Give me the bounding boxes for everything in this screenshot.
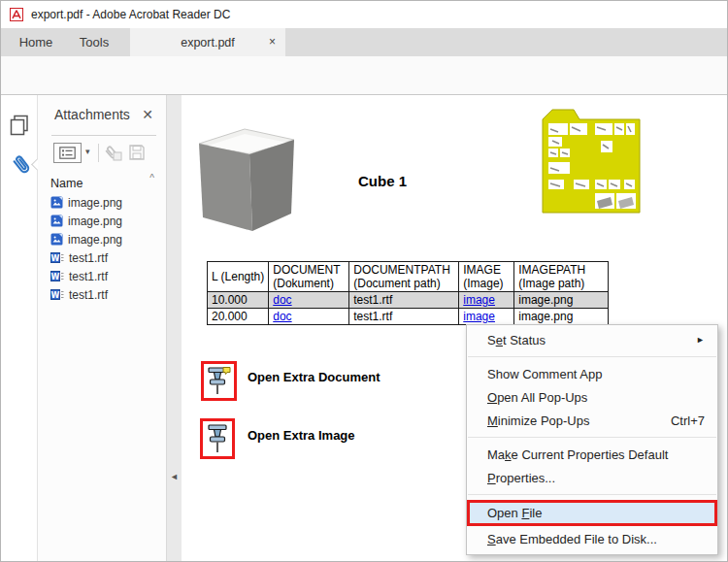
attachment-name: image.png (68, 196, 122, 210)
menu-item-show-comment-app[interactable]: Show Comment App (467, 362, 717, 385)
attachments-paperclip-icon[interactable] (10, 151, 33, 182)
doc-link[interactable]: doc (273, 310, 291, 323)
page-thumbnails-icon[interactable] (10, 115, 29, 140)
acrobat-window: export.pdf - Adobe Acrobat Reader DC Hom… (0, 0, 728, 562)
layout-thumbnail-image (541, 108, 642, 215)
menu-separator (468, 356, 716, 357)
svg-text:W: W (51, 254, 60, 263)
image-file-icon (50, 196, 63, 209)
menu-item-open-all-popups[interactable]: Open All Pop-Ups (467, 385, 717, 409)
col-document: DOCUMENT(Dokument) (269, 262, 349, 292)
tab-document-label: export.pdf (181, 36, 235, 50)
image-link[interactable]: image (463, 310, 495, 323)
table-row: 10.000 doc test1.rtf image image.png (208, 292, 609, 309)
attachment-row[interactable]: image.png (38, 212, 166, 230)
tab-home[interactable]: Home (9, 28, 63, 56)
attachment-name: test1.rtf (69, 270, 108, 283)
tab-bar: Home Tools export.pdf × (1, 28, 728, 56)
name-column-header[interactable]: Name (50, 177, 83, 190)
options-caret-icon[interactable]: ▾ (85, 147, 90, 156)
doc-link[interactable]: doc (273, 293, 291, 307)
panel-toolbar-separator (98, 144, 99, 162)
col-image: IMAGE(Image) (459, 262, 514, 292)
open-attachment-icon (102, 144, 123, 166)
panel-divider (51, 135, 156, 136)
menu-item-set-status[interactable]: Set Status ► (467, 328, 717, 351)
tab-document[interactable]: export.pdf × (130, 28, 285, 56)
collapse-panel-icon[interactable]: ◄ (170, 472, 179, 481)
table-row: 20.000 doc test1.rtf image image.png (208, 309, 609, 325)
menu-item-make-current-properties-default[interactable]: Make Current Properties Default (467, 443, 717, 466)
save-attachment-icon (128, 144, 146, 165)
col-length: L (Length) (208, 262, 269, 292)
image-file-icon (50, 233, 63, 246)
cube-image (195, 124, 298, 233)
documentpath-value: test1.rtf (349, 309, 459, 325)
attachment-name: image.png (68, 233, 122, 247)
menu-shortcut: Ctrl+7 (671, 413, 705, 428)
attachments-panel-title: Attachments (54, 107, 130, 122)
tab-close-icon[interactable]: × (269, 35, 276, 49)
col-imagepath: IMAGEPATH(Image path) (514, 262, 609, 292)
attachment-row[interactable]: W test1.rtf (38, 267, 166, 285)
attachment-name: test1.rtf (69, 288, 108, 302)
menu-separator (468, 494, 716, 495)
attachment-row[interactable]: image.png (38, 193, 166, 212)
imagepath-value: image.png (514, 292, 609, 309)
menu-item-minimize-popups[interactable]: Minimize Pop-Ups Ctrl+7 (467, 409, 717, 432)
svg-text:W: W (51, 291, 60, 300)
menu-separator (468, 437, 716, 438)
sort-ascending-icon[interactable]: ^ (149, 173, 154, 183)
submenu-arrow-icon: ► (696, 335, 705, 345)
image-file-icon (50, 215, 63, 227)
attachment-row[interactable]: image.png (38, 230, 166, 248)
options-menu-button[interactable] (53, 143, 82, 163)
length-value: 20.000 (208, 309, 269, 325)
pushpin-icon (206, 366, 232, 397)
acrobat-logo-icon (10, 8, 23, 21)
svg-text:W: W (51, 273, 60, 281)
rtf-file-icon: W (50, 270, 64, 282)
attachment-row[interactable]: W test1.rtf (38, 248, 166, 267)
context-menu: Set Status ► Show Comment App Open All P… (466, 324, 718, 555)
attachment-annotation-image[interactable] (200, 418, 235, 459)
rtf-file-icon: W (50, 251, 64, 264)
menu-item-properties[interactable]: Properties... (467, 466, 717, 489)
attachments-list: image.png image.png image.png W test1.rt… (38, 193, 166, 304)
imagepath-value: image.png (514, 309, 609, 325)
attachment-annotation-document[interactable] (201, 361, 237, 401)
pushpin-icon (206, 423, 230, 455)
annotation-label: Open Extra Image (248, 428, 355, 443)
document-heading: Cube 1 (358, 173, 407, 189)
panel-resize-divider[interactable]: ◄ (166, 95, 182, 562)
tab-tools[interactable]: Tools (67, 28, 121, 56)
title-bar: export.pdf - Adobe Acrobat Reader DC (1, 1, 728, 28)
documentpath-value: test1.rtf (349, 292, 459, 309)
col-documentpath: DOCUMENTPATH(Document path) (349, 262, 459, 292)
properties-table: L (Length) DOCUMENT(Dokument) DOCUMENTPA… (207, 261, 609, 325)
table-header-row: L (Length) DOCUMENT(Dokument) DOCUMENTPA… (208, 262, 609, 292)
rtf-file-icon: W (50, 288, 64, 301)
length-value: 10.000 (208, 292, 269, 309)
window-title: export.pdf - Adobe Acrobat Reader DC (31, 8, 230, 21)
menu-item-save-embedded-file[interactable]: Save Embedded File to Disk... (467, 527, 717, 550)
main-toolbar: 1 / 1 (1, 56, 728, 95)
menu-item-open-file[interactable]: Open File (467, 500, 717, 526)
attachment-name: test1.rtf (69, 251, 108, 265)
image-link[interactable]: image (463, 293, 495, 307)
attachment-name: image.png (68, 215, 122, 228)
attachments-panel: Attachments ✕ ▾ Name ^ image.png image.p… (38, 95, 166, 562)
attachment-row[interactable]: W test1.rtf (38, 285, 166, 304)
panel-close-icon[interactable]: ✕ (142, 107, 153, 122)
annotation-label: Open Extra Document (248, 370, 381, 384)
